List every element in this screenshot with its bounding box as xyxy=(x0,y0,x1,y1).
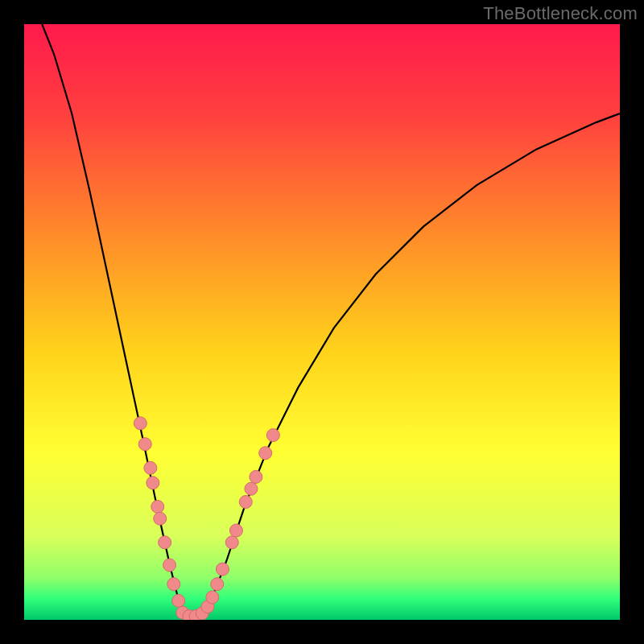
data-point xyxy=(229,524,242,537)
data-point xyxy=(144,461,157,474)
data-point xyxy=(163,559,176,572)
bottleneck-curve-svg xyxy=(24,24,620,620)
data-point xyxy=(250,470,262,483)
data-point xyxy=(239,495,252,508)
data-point xyxy=(259,447,272,460)
data-point xyxy=(206,591,219,604)
chart-frame: TheBottleneck.com xyxy=(0,0,644,644)
data-point xyxy=(151,500,164,513)
data-point xyxy=(167,578,180,591)
data-point xyxy=(216,563,229,576)
data-point xyxy=(147,477,159,489)
data-point xyxy=(225,536,238,549)
data-point xyxy=(154,512,167,525)
data-point xyxy=(138,438,151,451)
data-point xyxy=(245,482,258,495)
data-point xyxy=(159,536,171,549)
gradient-background xyxy=(24,24,620,620)
data-point xyxy=(211,578,224,591)
watermark-text: TheBottleneck.com xyxy=(483,3,638,24)
plot-area xyxy=(24,24,620,620)
data-point xyxy=(172,594,185,607)
data-point xyxy=(266,429,279,442)
data-point xyxy=(134,417,147,430)
